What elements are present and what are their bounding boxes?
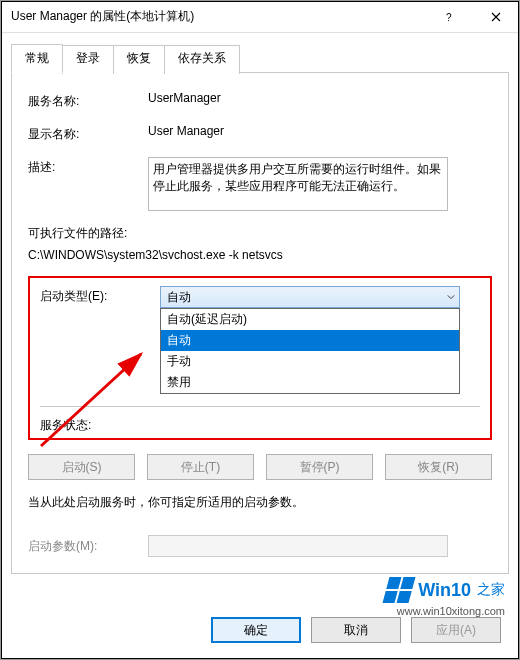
start-button[interactable]: 启动(S) xyxy=(28,454,135,480)
description-box[interactable] xyxy=(148,157,448,211)
watermark-brand: Win10 xyxy=(418,580,471,601)
pause-button[interactable]: 暂停(P) xyxy=(266,454,373,480)
option-disabled[interactable]: 禁用 xyxy=(161,372,459,393)
value-exe-path: C:\WINDOWS\system32\svchost.exe -k netsv… xyxy=(28,248,492,262)
windows-logo-icon xyxy=(383,577,416,603)
value-display-name: User Manager xyxy=(148,124,224,138)
highlight-startup-type: 启动类型(E): 自动 自动(延迟启动) 自动 手动 禁用 xyxy=(28,276,492,440)
window-title: User Manager 的属性(本地计算机) xyxy=(11,8,194,25)
titlebar-buttons: ? xyxy=(427,2,519,32)
startup-type-dropdown: 自动(延迟启动) 自动 手动 禁用 xyxy=(160,308,460,394)
start-params-input xyxy=(148,535,448,557)
svg-text:?: ? xyxy=(446,12,452,22)
row-service-status: 服务状态: xyxy=(40,415,480,434)
row-service-name: 服务名称: UserManager xyxy=(28,91,492,110)
startup-type-select[interactable]: 自动 自动(延迟启动) 自动 手动 禁用 xyxy=(160,286,460,394)
startup-type-selected[interactable]: 自动 xyxy=(160,286,460,308)
cancel-button[interactable]: 取消 xyxy=(311,617,401,643)
chevron-down-icon xyxy=(447,290,455,304)
watermark-logo: Win10 之家 xyxy=(386,577,505,603)
option-auto[interactable]: 自动 xyxy=(161,330,459,351)
watermark-url: www.win10xitong.com xyxy=(397,605,505,617)
tab-strip: 常规 登录 恢复 依存关系 xyxy=(11,43,509,73)
row-startup-type: 启动类型(E): 自动 自动(延迟启动) 自动 手动 禁用 xyxy=(40,286,480,394)
help-button[interactable]: ? xyxy=(427,2,473,32)
tab-recovery[interactable]: 恢复 xyxy=(113,45,165,74)
titlebar: User Manager 的属性(本地计算机) ? xyxy=(1,1,519,33)
label-service-status: 服务状态: xyxy=(40,415,160,434)
label-description: 描述: xyxy=(28,157,148,176)
window-body: 常规 登录 恢复 依存关系 服务名称: UserManager 显示名称: Us… xyxy=(1,33,519,574)
startup-type-selected-text: 自动 xyxy=(167,289,191,306)
row-display-name: 显示名称: User Manager xyxy=(28,124,492,143)
value-service-name: UserManager xyxy=(148,91,221,105)
row-description: 描述: xyxy=(28,157,492,211)
label-start-params: 启动参数(M): xyxy=(28,538,148,555)
tab-dependencies[interactable]: 依存关系 xyxy=(164,45,240,74)
service-control-buttons: 启动(S) 停止(T) 暂停(P) 恢复(R) xyxy=(28,454,492,480)
ok-button[interactable]: 确定 xyxy=(211,617,301,643)
stop-button[interactable]: 停止(T) xyxy=(147,454,254,480)
tab-logon[interactable]: 登录 xyxy=(62,45,114,74)
watermark-suffix: 之家 xyxy=(477,581,505,599)
apply-button[interactable]: 应用(A) xyxy=(411,617,501,643)
panel-general: 服务名称: UserManager 显示名称: User Manager 描述:… xyxy=(11,73,509,574)
dialog-buttons: 确定 取消 应用(A) xyxy=(211,617,501,643)
resume-button[interactable]: 恢复(R) xyxy=(385,454,492,480)
close-button[interactable] xyxy=(473,2,519,32)
divider xyxy=(40,406,480,407)
info-text: 当从此处启动服务时，你可指定所适用的启动参数。 xyxy=(28,494,492,511)
label-startup-type: 启动类型(E): xyxy=(40,286,160,305)
option-auto-delayed[interactable]: 自动(延迟启动) xyxy=(161,309,459,330)
label-display-name: 显示名称: xyxy=(28,124,148,143)
row-start-params: 启动参数(M): xyxy=(28,535,492,557)
option-manual[interactable]: 手动 xyxy=(161,351,459,372)
label-exe-path: 可执行文件的路径: xyxy=(28,225,492,242)
label-service-name: 服务名称: xyxy=(28,91,148,110)
tab-general[interactable]: 常规 xyxy=(11,44,63,73)
